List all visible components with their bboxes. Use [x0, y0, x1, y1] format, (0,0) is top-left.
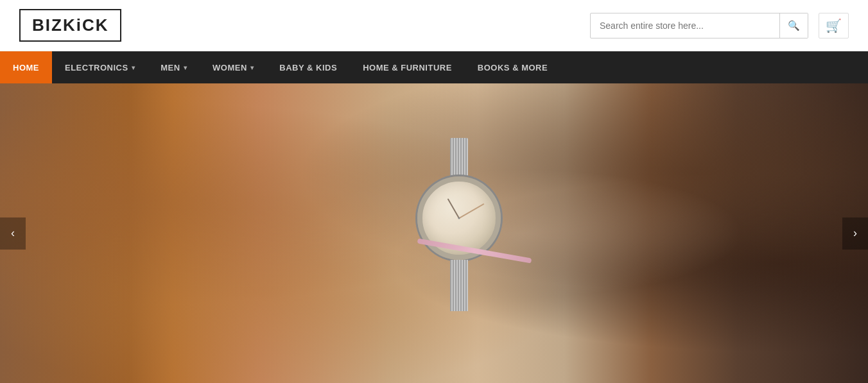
nav-item-home---furniture[interactable]: HOME & FURNITURE — [350, 51, 465, 83]
nav-item-men[interactable]: MEN ▾ — [148, 51, 200, 83]
nav-item-women[interactable]: WOMEN ▾ — [200, 51, 266, 83]
watch-strap-top — [450, 138, 468, 176]
watch-strap-bottom — [450, 260, 468, 311]
search-button[interactable]: 🔍 — [779, 13, 808, 38]
chevron-down-icon: ▾ — [184, 64, 187, 71]
search-input[interactable] — [591, 21, 779, 31]
nav-item-label: WOMEN — [213, 63, 247, 72]
chevron-down-icon: ▾ — [250, 64, 254, 71]
nav-item-label: BOOKS & MORE — [478, 63, 548, 72]
nav-item-home[interactable]: HOME — [0, 51, 52, 83]
nav-item-label: HOME & FURNITURE — [363, 63, 452, 72]
hero-background — [0, 83, 868, 383]
nav-item-label: ELECTRONICS — [65, 63, 128, 72]
chevron-right-icon: › — [853, 226, 857, 240]
chevron-down-icon: ▾ — [132, 64, 135, 71]
nav-item-label: BABY & KIDS — [279, 63, 337, 72]
navigation: HOMEELECTRONICS ▾MEN ▾WOMEN ▾BABY & KIDS… — [0, 51, 868, 83]
logo[interactable]: BIZKiCK — [19, 9, 121, 42]
slider-prev-button[interactable]: ‹ — [0, 217, 26, 250]
nav-item-label: MEN — [161, 63, 180, 72]
header-right: 🔍 🛒 — [590, 13, 849, 38]
logo-text: BIZKiCK — [32, 15, 108, 35]
watch-minute-hand — [459, 203, 485, 219]
cart-button[interactable]: 🛒 — [819, 13, 849, 38]
search-icon: 🔍 — [788, 20, 800, 31]
nav-item-label: HOME — [13, 63, 39, 72]
slider-next-button[interactable]: › — [842, 217, 868, 250]
watch-hour-hand — [447, 198, 460, 218]
nav-item-electronics[interactable]: ELECTRONICS ▾ — [52, 51, 148, 83]
nav-item-books---more[interactable]: BOOKS & MORE — [465, 51, 560, 83]
chevron-left-icon: ‹ — [11, 226, 15, 240]
hero-slider: ‹ › — [0, 83, 868, 383]
search-bar: 🔍 — [590, 13, 808, 38]
header: BIZKiCK 🔍 🛒 — [0, 0, 868, 51]
nav-item-baby---kids[interactable]: BABY & KIDS — [266, 51, 350, 83]
cart-icon: 🛒 — [826, 19, 842, 33]
